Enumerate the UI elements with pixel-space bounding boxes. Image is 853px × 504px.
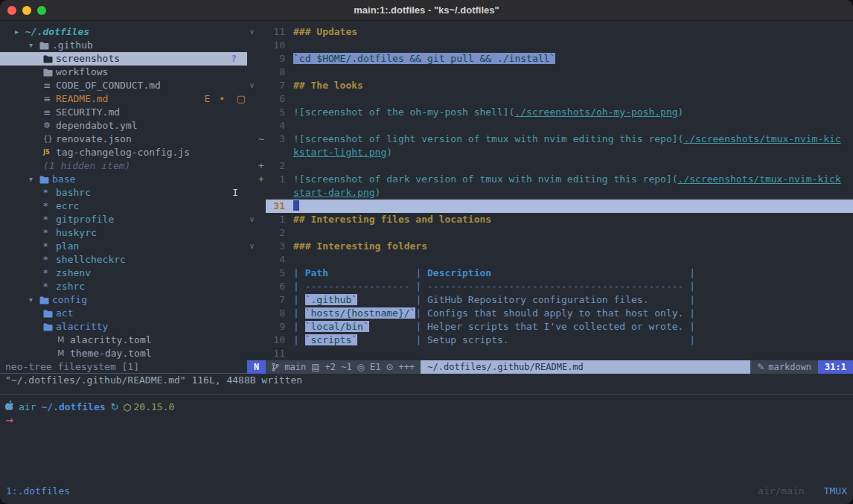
- statusline-git-section: main ▤ +2 ~1 ◎ E1 ⊙ +++: [266, 360, 421, 374]
- tree-item-gitprofile[interactable]: *gitprofile: [0, 213, 247, 226]
- editor-line[interactable]: +1![screenshot of dark version of tmux w…: [247, 173, 853, 186]
- folder-icon: [39, 176, 52, 184]
- line-text: | `.github` | GitHub Repository configur…: [285, 293, 853, 307]
- editor-line[interactable]: 7| `.github` | GitHub Repository configu…: [247, 293, 853, 307]
- close-button[interactable]: [7, 6, 16, 15]
- git-sign: [257, 39, 266, 52]
- git-sign: [257, 280, 266, 293]
- folder-expander-icon[interactable]: ▾: [29, 39, 39, 52]
- editor-line[interactable]: 5![screenshot of the oh-my-posh shell](.…: [247, 106, 853, 119]
- prompt-arrow-icon: →: [5, 414, 13, 427]
- editor-line-wrap[interactable]: kstart-light.png): [247, 146, 853, 159]
- editor-line[interactable]: +2: [247, 159, 853, 173]
- editor-line[interactable]: 4: [247, 253, 853, 267]
- editor-line[interactable]: ∨11### Updates: [247, 25, 853, 39]
- line-text: kstart-light.png): [285, 146, 853, 159]
- zoom-button[interactable]: [37, 6, 46, 15]
- editor-line[interactable]: 6: [247, 92, 853, 106]
- editor-line[interactable]: ∨7## The looks: [247, 79, 853, 92]
- line-number: 6: [266, 280, 285, 293]
- fold-marker: [247, 66, 257, 79]
- editor-line[interactable]: 2: [247, 226, 853, 240]
- folder-expander-icon[interactable]: ▾: [29, 173, 39, 186]
- fold-marker: [247, 253, 257, 267]
- line-number: 10: [266, 334, 285, 347]
- minimize-button[interactable]: [22, 6, 31, 15]
- root-expander-icon[interactable]: ▸: [15, 25, 25, 39]
- git-sign: [257, 347, 266, 360]
- fold-marker: [247, 92, 257, 106]
- tree-item-shellcheckrc[interactable]: *shellcheckrc: [0, 253, 247, 267]
- line-number: 5: [266, 267, 285, 280]
- tree-item-dotfiles[interactable]: ▸~/.dotfiles: [0, 25, 247, 39]
- tree-item-ecrc[interactable]: *ecrc: [0, 200, 247, 213]
- git-status-badge: ?: [231, 52, 237, 66]
- tree-item-1-hidden-item[interactable]: (1 hidden item): [0, 159, 247, 173]
- tree-item-act[interactable]: act: [0, 307, 247, 320]
- shell-input-line[interactable]: →: [5, 414, 853, 427]
- line-number: 2: [266, 226, 285, 240]
- fold-marker: ∨: [247, 213, 257, 226]
- shell-pane[interactable]: air ~/.dotfiles ↻ 20.15.0 →: [0, 401, 853, 427]
- tree-item-workflows[interactable]: workflows: [0, 66, 247, 79]
- line-number: 4: [266, 119, 285, 133]
- editor-line[interactable]: 10: [247, 39, 853, 52]
- tree-item-alacritty-toml[interactable]: Malacritty.toml: [0, 334, 247, 347]
- tree-item-config[interactable]: ▾config: [0, 293, 247, 307]
- line-text: ### Interesting folders: [285, 240, 853, 253]
- editor-line[interactable]: 8| `hosts/{hostname}/`| Configs that sho…: [247, 307, 853, 320]
- editor-line[interactable]: 11: [247, 347, 853, 360]
- tree-item-readme-md[interactable]: ≡README.mdE •▢: [0, 92, 247, 106]
- tree-item-code-of-conduct-md[interactable]: ≡CODE_OF_CONDUCT.md: [0, 79, 247, 92]
- editor-line[interactable]: 5| Path | Description |: [247, 267, 853, 280]
- editor-line-wrap[interactable]: start-dark.png): [247, 186, 853, 200]
- line-text: [285, 226, 853, 240]
- line-body: 10: [266, 39, 853, 52]
- fold-marker: [247, 52, 257, 66]
- tree-item-label: theme-day.toml: [70, 347, 152, 360]
- fold-marker: [247, 226, 257, 240]
- tree-item-base[interactable]: ▾base: [0, 173, 247, 186]
- editor-buffer: ∨11### Updates109`cd $HOME/.dotfiles && …: [247, 21, 853, 360]
- command-line[interactable]: "~/.dotfiles/.github/README.md" 116L, 44…: [0, 374, 853, 387]
- editor-line[interactable]: ~3![screenshot of light version of tmux …: [247, 133, 853, 146]
- line-body: 11: [266, 347, 853, 360]
- tree-item-github[interactable]: ▾.github: [0, 39, 247, 52]
- editor-line[interactable]: 9`cd $HOME/.dotfiles && git pull && ./in…: [247, 52, 853, 66]
- shell-prompt-line: air ~/.dotfiles ↻ 20.15.0: [5, 401, 853, 414]
- tree-item-zshrc[interactable]: *zshrc: [0, 280, 247, 293]
- tree-item-tag-changelog-config-js[interactable]: JStag-changelog-config.js: [0, 146, 247, 159]
- editor-line[interactable]: 6| ------------------ | ----------------…: [247, 280, 853, 293]
- tree-item-label: dependabot.yml: [56, 119, 138, 133]
- tree-item-plan[interactable]: *plan: [0, 240, 247, 253]
- fold-marker: [247, 320, 257, 334]
- editor-line[interactable]: 4: [247, 119, 853, 133]
- statusline-filetype: ✎ markdown: [750, 360, 818, 374]
- editor-line[interactable]: 10| `scripts` | Setup scripts. |: [247, 334, 853, 347]
- editor-line[interactable]: ∨1## Interesting files and locations: [247, 213, 853, 226]
- line-body: 4: [266, 119, 853, 133]
- tree-item-renovate-json[interactable]: {}renovate.json: [0, 133, 247, 146]
- editor-line[interactable]: ∨3### Interesting folders: [247, 240, 853, 253]
- tree-item-bashrc[interactable]: *bashrcI: [0, 186, 247, 200]
- tree-item-zshenv[interactable]: *zshenv: [0, 267, 247, 280]
- line-text: ## The looks: [285, 79, 853, 92]
- editor-line[interactable]: 9| `local/bin` | Helper scripts that I'v…: [247, 320, 853, 334]
- tree-item-alacritty[interactable]: alacritty: [0, 320, 247, 334]
- line-number: 5: [266, 106, 285, 119]
- line-body: 2: [266, 226, 853, 240]
- file-status-flags: E •: [205, 92, 226, 106]
- editor-line[interactable]: 31: [247, 200, 853, 213]
- tree-item-security-md[interactable]: ≡SECURITY.md: [0, 106, 247, 119]
- folder-expander-icon[interactable]: ▾: [29, 293, 39, 307]
- tree-item-theme-day-toml[interactable]: Mtheme-day.toml: [0, 347, 247, 360]
- line-text: [285, 253, 853, 267]
- tree-item-dependabot-yml[interactable]: ⚙dependabot.yml: [0, 119, 247, 133]
- tmux-window-name[interactable]: 1:.dotfiles: [6, 485, 70, 498]
- editor-line[interactable]: 8: [247, 66, 853, 79]
- tree-item-huskyrc[interactable]: *huskyrc: [0, 226, 247, 240]
- titlebar[interactable]: main:1:.dotfiles - "ks~/.dotfiles": [0, 0, 853, 21]
- toml-file-icon: M: [57, 334, 70, 347]
- tmux-pane-divider[interactable]: [0, 387, 853, 401]
- tree-item-screenshots[interactable]: screenshots?: [0, 52, 247, 66]
